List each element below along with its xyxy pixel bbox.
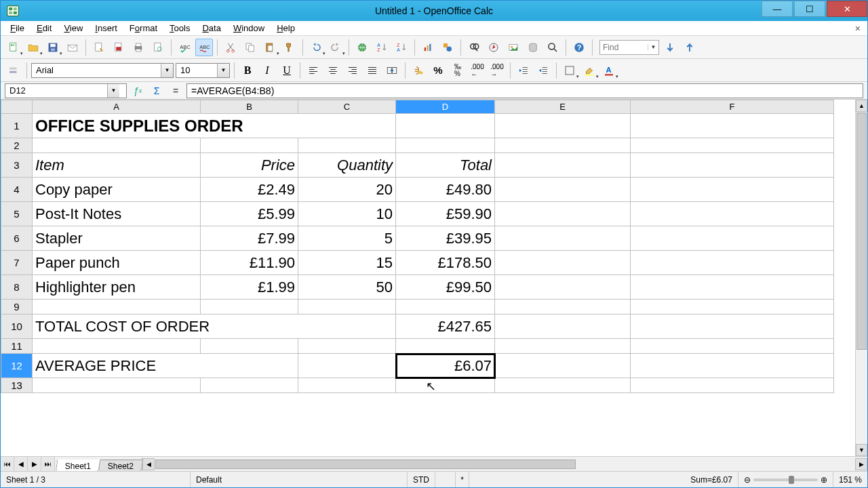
zoom-in-icon[interactable]: ⊕ <box>821 475 827 485</box>
menu-help[interactable]: Help <box>271 22 300 35</box>
cell-a4[interactable]: Copy paper <box>33 178 201 202</box>
undo-button[interactable]: ▾ <box>307 39 325 56</box>
menu-edit[interactable]: Edit <box>31 22 57 35</box>
add-decimal-button[interactable]: .000← <box>469 62 486 79</box>
find-input[interactable] <box>600 43 648 52</box>
menu-tools[interactable]: Tools <box>164 22 195 35</box>
zoom-slider[interactable]: ⊖ ⊕ <box>738 472 833 487</box>
minimize-button[interactable]: — <box>762 1 793 17</box>
gallery-button[interactable] <box>505 39 522 56</box>
standard-format-button[interactable]: ‰% <box>449 62 467 79</box>
navigator-button[interactable] <box>485 39 502 56</box>
scroll-thumb[interactable] <box>856 113 867 350</box>
increase-indent-button[interactable] <box>534 62 552 79</box>
cell-a1[interactable]: OFFICE SUPPLIES ORDER <box>33 114 396 138</box>
row-header-3[interactable]: 3 <box>1 153 33 178</box>
name-box[interactable]: ▼ <box>5 83 127 98</box>
merge-cells-button[interactable] <box>383 62 401 79</box>
cell-c3[interactable]: Quantity <box>298 153 396 178</box>
cell-a12[interactable]: AVERAGE PRICE <box>33 354 298 378</box>
sort-desc-button[interactable]: ZA <box>393 39 410 56</box>
cell-b4[interactable]: £2.49 <box>201 178 298 202</box>
cell-d8[interactable]: £99.50 <box>396 275 495 300</box>
hyperlink-button[interactable] <box>353 39 371 56</box>
document-close-icon[interactable]: × <box>850 22 863 35</box>
col-header-f[interactable]: F <box>631 100 834 114</box>
row-header-1[interactable]: 1 <box>1 114 33 138</box>
horizontal-scrollbar[interactable]: ◀ ▶ <box>142 457 867 471</box>
print-preview-button[interactable] <box>149 39 167 56</box>
align-center-button[interactable] <box>324 62 342 79</box>
percent-button[interactable]: % <box>429 62 447 79</box>
zoom-thumb[interactable] <box>789 476 794 484</box>
tab-nav-next[interactable]: ▶ <box>28 457 41 471</box>
row-header-5[interactable]: 5 <box>1 202 33 226</box>
row-header-7[interactable]: 7 <box>1 251 33 275</box>
find-dropdown[interactable]: ▼ <box>648 44 658 50</box>
menu-data[interactable]: Data <box>197 22 226 35</box>
row-header-11[interactable]: 11 <box>1 339 33 354</box>
cell-b8[interactable]: £1.99 <box>201 275 298 300</box>
font-name-input[interactable] <box>32 65 161 75</box>
chart-button[interactable] <box>419 39 437 56</box>
align-right-button[interactable] <box>344 62 361 79</box>
scroll-up-button[interactable]: ▲ <box>856 100 867 112</box>
cell-grid[interactable]: A B C D E F 1OFFICE SUPPLIES ORDER 2 3 I… <box>1 100 855 456</box>
cell-d10[interactable]: £427.65 <box>396 314 495 339</box>
paste-button[interactable]: ▾ <box>261 39 279 56</box>
cell-reference-input[interactable] <box>5 85 107 96</box>
cell-c6[interactable]: 5 <box>298 226 396 251</box>
cell-d5[interactable]: £59.90 <box>396 202 495 226</box>
underline-button[interactable]: U <box>278 62 296 79</box>
align-justify-button[interactable] <box>363 62 381 79</box>
scroll-down-button[interactable]: ▼ <box>856 444 867 456</box>
cut-button[interactable] <box>222 39 239 56</box>
col-header-d[interactable]: D <box>396 100 495 114</box>
email-button[interactable] <box>64 39 81 56</box>
name-box-dropdown[interactable]: ▼ <box>107 84 119 98</box>
scroll-right-button[interactable]: ▶ <box>855 458 867 470</box>
cell-c5[interactable]: 10 <box>298 202 396 226</box>
cell-d1[interactable] <box>396 114 495 138</box>
cell-a5[interactable]: Post-It Notes <box>33 202 201 226</box>
col-header-c[interactable]: C <box>298 100 396 114</box>
fontcolor-button[interactable]: A▾ <box>600 62 618 79</box>
status-style[interactable]: Default <box>191 472 408 487</box>
print-button[interactable] <box>130 39 147 56</box>
auto-spellcheck-button[interactable]: ABC <box>195 39 213 56</box>
redo-button[interactable]: ▾ <box>327 39 344 56</box>
row-header-9[interactable]: 9 <box>1 300 33 314</box>
formula-input[interactable] <box>186 83 863 98</box>
find-next-button[interactable] <box>661 39 679 56</box>
cell-a7[interactable]: Paper punch <box>33 251 201 275</box>
show-draw-button[interactable] <box>439 39 456 56</box>
cell-c7[interactable]: 15 <box>298 251 396 275</box>
cell-a2[interactable] <box>33 138 201 153</box>
select-all-corner[interactable] <box>1 100 33 114</box>
cell-d7[interactable]: £178.50 <box>396 251 495 275</box>
help-button[interactable]: ? <box>570 39 588 56</box>
edit-file-button[interactable] <box>90 39 108 56</box>
maximize-button[interactable]: ☐ <box>794 1 825 17</box>
menu-format[interactable]: Format <box>124 22 163 35</box>
sum-button[interactable]: Σ <box>149 83 165 98</box>
row-header-13[interactable]: 13 <box>1 378 33 393</box>
font-size-dropdown[interactable]: ▼ <box>217 64 229 77</box>
row-header-2[interactable]: 2 <box>1 138 33 153</box>
row-header-6[interactable]: 6 <box>1 226 33 251</box>
vertical-scrollbar[interactable]: ▲ ▼ <box>855 100 867 456</box>
row-header-10[interactable]: 10 <box>1 314 33 339</box>
menu-window[interactable]: Window <box>228 22 270 35</box>
cell-d12[interactable]: £6.07 <box>396 354 495 378</box>
find-button[interactable] <box>465 39 483 56</box>
datasources-button[interactable] <box>524 39 542 56</box>
find-prev-button[interactable] <box>681 39 698 56</box>
new-doc-button[interactable]: ▾ <box>5 39 22 56</box>
col-header-a[interactable]: A <box>33 100 201 114</box>
function-wizard-button[interactable]: ƒx <box>130 83 146 98</box>
format-paintbrush-button[interactable] <box>281 39 298 56</box>
status-sum[interactable]: Sum=£6.07 <box>469 472 738 487</box>
zoom-button[interactable] <box>544 39 561 56</box>
cell-b6[interactable]: £7.99 <box>201 226 298 251</box>
remove-decimal-button[interactable]: .000→ <box>488 62 506 79</box>
